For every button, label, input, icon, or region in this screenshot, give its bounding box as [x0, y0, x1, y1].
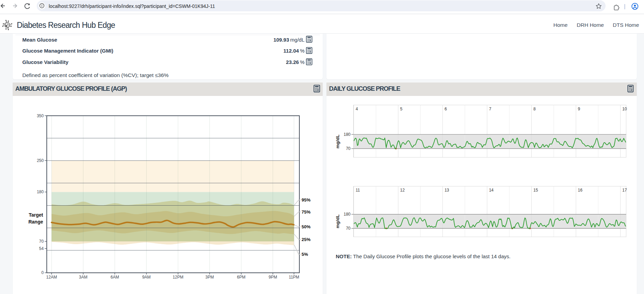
- svg-text:7: 7: [489, 107, 491, 111]
- svg-text:50%: 50%: [302, 224, 311, 229]
- svg-text:12AM: 12AM: [46, 275, 57, 280]
- svg-text:9PM: 9PM: [268, 275, 277, 280]
- svg-text:25%: 25%: [302, 237, 311, 242]
- svg-text:13: 13: [445, 188, 449, 193]
- svg-text:4: 4: [356, 107, 358, 111]
- svg-text:350: 350: [37, 113, 44, 118]
- svg-text:180: 180: [344, 132, 350, 137]
- svg-text:11PM: 11PM: [289, 275, 299, 280]
- svg-text:3PM: 3PM: [205, 275, 214, 280]
- svg-text:6PM: 6PM: [237, 275, 245, 280]
- svg-text:mg/dL: mg/dL: [335, 214, 340, 228]
- svg-text:14: 14: [489, 188, 494, 193]
- svg-text:Range: Range: [28, 219, 43, 225]
- svg-text:75%: 75%: [302, 209, 311, 215]
- svg-text:180: 180: [344, 212, 350, 217]
- svg-text:95%: 95%: [302, 197, 311, 203]
- svg-text:70: 70: [346, 226, 351, 231]
- svg-text:11: 11: [356, 188, 360, 193]
- svg-text:0: 0: [42, 270, 44, 275]
- svg-text:15: 15: [533, 188, 538, 193]
- svg-text:9AM: 9AM: [142, 275, 151, 280]
- svg-text:250: 250: [37, 158, 44, 163]
- svg-text:180: 180: [37, 189, 44, 194]
- svg-text:mg/dL: mg/dL: [335, 134, 340, 149]
- svg-text:Target: Target: [29, 212, 43, 218]
- svg-text:70: 70: [346, 146, 351, 151]
- svg-text:10: 10: [622, 107, 627, 111]
- svg-text:70: 70: [39, 239, 44, 244]
- svg-text:8: 8: [533, 107, 536, 111]
- svg-text:9: 9: [578, 107, 580, 111]
- svg-text:16: 16: [578, 188, 583, 193]
- svg-text:6: 6: [445, 107, 447, 111]
- svg-text:3AM: 3AM: [79, 275, 88, 280]
- svg-text:5: 5: [400, 107, 403, 111]
- svg-text:12: 12: [400, 188, 405, 193]
- svg-text:5%: 5%: [302, 252, 308, 257]
- svg-text:17: 17: [622, 188, 627, 193]
- svg-text:54: 54: [39, 246, 44, 251]
- svg-text:6AM: 6AM: [111, 275, 119, 280]
- svg-text:12PM: 12PM: [173, 275, 183, 280]
